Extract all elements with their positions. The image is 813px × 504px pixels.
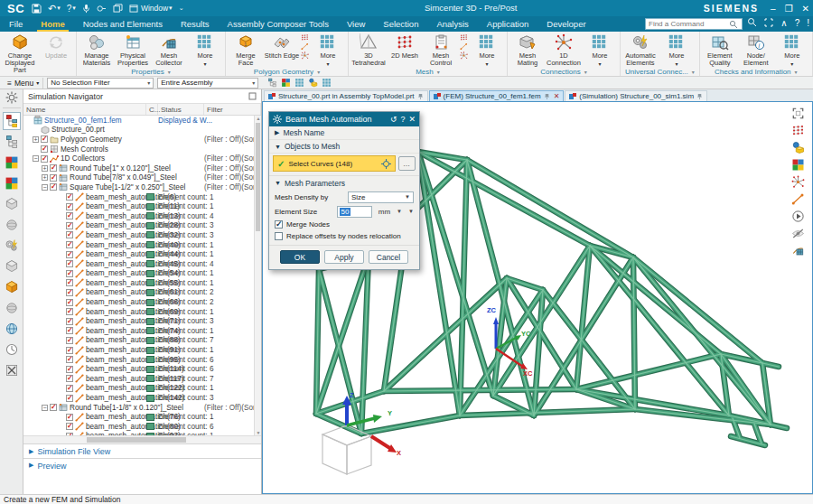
wcs-display-icon[interactable] (281, 78, 291, 88)
xy-navigator-icon[interactable] (3, 154, 21, 172)
mesh-color-swatch[interactable] (146, 251, 154, 258)
tree-row[interactable]: beam_mesh_automation(76)Element count: 1 (23, 412, 255, 422)
mesh-color-swatch[interactable] (146, 385, 154, 392)
tree-row[interactable]: beam_mesh_automation(6)Element count: 1 (23, 192, 255, 202)
replace-offsets-row[interactable]: Replace offsets by nodes relocation (269, 230, 419, 242)
mesh-color-swatch[interactable] (146, 289, 154, 296)
tree-row[interactable]: beam_mesh_automation(117)Element count: … (23, 374, 255, 384)
tree-row[interactable]: beam_mesh_automation(13)Element count: 4 (23, 211, 255, 221)
mesh-control-button[interactable]: Mesh Control (423, 33, 459, 67)
visibility-checkbox[interactable] (66, 231, 73, 238)
mesh-color-swatch[interactable] (146, 356, 154, 363)
menu-tab-nodes-and-elements[interactable]: Nodes and Elements (74, 17, 172, 32)
microphone-icon[interactable] (82, 4, 90, 14)
dialog-close-icon[interactable]: ✕ (408, 115, 416, 124)
element-quality-button[interactable]: Element Quality (702, 33, 738, 67)
tree-row[interactable]: beam_mesh_automation(142)Element count: … (23, 393, 255, 403)
visibility-checkbox[interactable] (50, 174, 57, 182)
mesh-color-swatch[interactable] (146, 222, 154, 229)
replace-offsets-checkbox[interactable] (275, 232, 283, 240)
camera-icon[interactable] (3, 299, 21, 317)
mesh-display-icon[interactable] (790, 123, 806, 137)
qat-customize-icon[interactable]: ⌄ (179, 5, 184, 12)
stitch-edge-button[interactable]: Stitch Edge (264, 33, 300, 60)
node-display-icon[interactable] (790, 174, 806, 189)
mesh-color-swatch[interactable] (146, 299, 154, 306)
visibility-checkbox[interactable] (66, 356, 73, 363)
pin-icon[interactable] (696, 93, 703, 100)
tree-row[interactable]: beam_mesh_automation(91)Element count: 1 (23, 345, 255, 355)
restore-icon[interactable]: ❐ (785, 4, 793, 14)
mesh-color-swatch[interactable] (146, 423, 154, 430)
tree-row[interactable]: beam_mesh_automation(11)Element count: 1 (23, 201, 255, 211)
assembly-icon[interactable] (3, 216, 21, 234)
connections-icon[interactable] (3, 237, 21, 255)
mesh-color-swatch[interactable] (146, 193, 154, 201)
visibility-checkbox[interactable] (66, 222, 73, 229)
visibility-checkbox[interactable] (66, 318, 73, 325)
visibility-checkbox[interactable] (50, 404, 57, 411)
mesh-collector-button[interactable]: Mesh Collector (151, 33, 187, 67)
collapse-icon[interactable]: − (42, 405, 48, 411)
apply-button[interactable]: Apply (324, 250, 364, 264)
visibility-checkbox[interactable] (66, 279, 73, 286)
node-label[interactable]: Structure_00_fem1.fem (44, 117, 122, 125)
mesh-color-swatch[interactable] (146, 414, 154, 421)
close-icon[interactable]: ✕ (802, 4, 809, 14)
element-size-input[interactable]: 50 (337, 206, 372, 218)
visibility-checkbox[interactable] (66, 203, 73, 210)
visibility-checkbox[interactable] (41, 145, 48, 153)
visibility-checkbox[interactable] (66, 289, 73, 296)
visibility-checkbox[interactable] (41, 155, 48, 163)
mesh-color-swatch[interactable] (146, 337, 154, 344)
change-displayed-part-button[interactable]: Change Displayed Part▾ (2, 33, 38, 82)
play-animation-icon[interactable] (790, 209, 806, 223)
snap-node-icon[interactable] (790, 191, 806, 206)
more-button[interactable]: More▾ (582, 33, 618, 68)
simulation-file-view-section[interactable]: ▶Simulation File View (23, 443, 262, 458)
tree-row[interactable]: beam_mesh_automation(32)Element count: 3 (23, 230, 255, 240)
mesh-color-swatch[interactable] (146, 231, 154, 238)
tree-row[interactable]: beam_mesh_automation(122)Element count: … (23, 384, 255, 394)
alerts-icon[interactable]: ! (807, 18, 809, 28)
manage-materials-button[interactable]: Manage Materials (79, 33, 115, 67)
tree-row[interactable]: −Square Tube[1-1/2" x 0.250"]_Steel(Filt… (23, 182, 255, 192)
dialog-title-bar[interactable]: Beam Mesh Automation ↺ ? ✕ (269, 112, 419, 126)
selection-filter-dropdown[interactable]: No Selection Filter▾ (47, 78, 154, 89)
mesh-color-swatch[interactable] (146, 395, 154, 402)
group-dialog-launcher-icon[interactable]: ▾ (795, 69, 798, 75)
tree-row[interactable]: Mesh Controls (23, 145, 255, 154)
process-tools-icon[interactable] (3, 361, 21, 379)
tree-row[interactable]: beam_mesh_automation(40)Element count: 1 (23, 240, 255, 250)
selection-options-button[interactable]: … (398, 156, 416, 171)
objects-to-mesh-section[interactable]: ▼ Objects to Mesh (269, 140, 419, 154)
mesh-color-swatch[interactable] (146, 212, 154, 219)
minimize-ribbon-icon[interactable]: ∧ (780, 18, 787, 28)
node-label[interactable]: Polygon Geometry (61, 135, 122, 144)
help-icon[interactable]: ?▾ (67, 4, 76, 14)
view-orientation-triad[interactable] (297, 393, 397, 483)
visibility-checkbox[interactable] (66, 308, 73, 315)
expand-icon[interactable]: + (42, 165, 48, 172)
node-label[interactable]: Structure_00.prt (51, 126, 105, 134)
tree-row[interactable]: beam_mesh_automation(45)Element count: 4 (23, 259, 255, 269)
more-button[interactable]: More▾ (187, 33, 223, 68)
history-icon[interactable] (3, 341, 21, 359)
more-options-icon[interactable] (322, 78, 332, 88)
more-button[interactable]: More▾ (774, 33, 810, 68)
node-label[interactable]: Round Tube[1-1/8" x 0.120"]_Steel (70, 404, 183, 412)
mesh-color-swatch[interactable] (146, 347, 154, 354)
fit-view-icon[interactable] (790, 106, 806, 120)
tree-row[interactable]: beam_mesh_automation(54)Element count: 1 (23, 269, 255, 279)
update-button[interactable]: Update (38, 33, 74, 60)
view-tab-1[interactable]: Structure_00.prt in Assembly TopModel.pr… (264, 90, 428, 101)
view-tab-2[interactable]: (FEM) Structure_00_fem1.fem✕ (429, 90, 565, 101)
visibility-checkbox[interactable] (66, 193, 73, 201)
small-command-icons[interactable] (459, 33, 469, 60)
visibility-checkbox[interactable] (66, 299, 73, 306)
visibility-checkbox[interactable] (66, 241, 73, 248)
tree-row[interactable]: beam_mesh_automation(28)Element count: 3 (23, 221, 255, 231)
mesh-name-section[interactable]: ▶ Mesh Name (269, 126, 419, 140)
tree-row[interactable]: +Round Tube[7/8" x 0.049"]_Steel(Filter … (23, 173, 255, 183)
menu-tab-view[interactable]: View (338, 17, 374, 32)
